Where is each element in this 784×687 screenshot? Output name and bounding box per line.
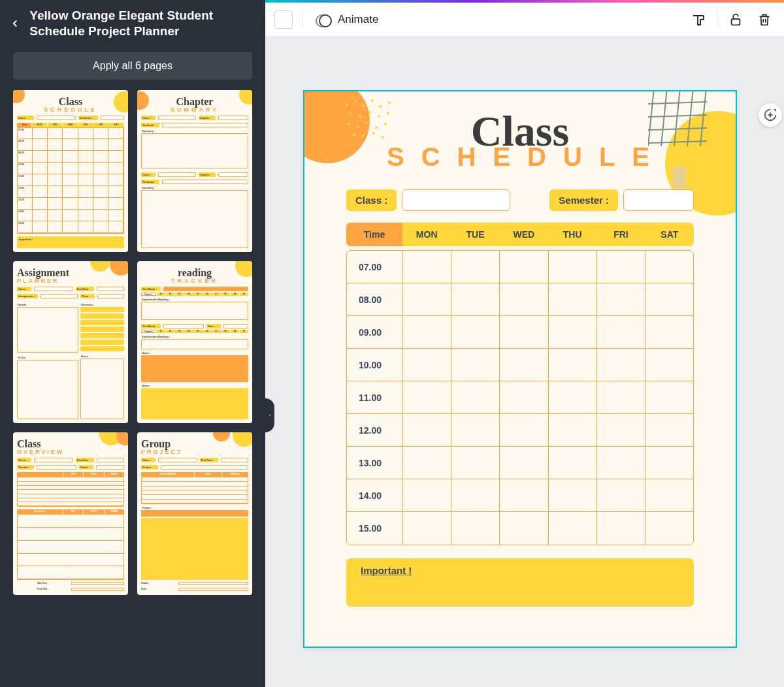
schedule-cell[interactable]: [549, 512, 597, 545]
thumbnail-reading-tracker[interactable]: reading TRACKER Text Book : Chapter :010…: [137, 261, 252, 423]
schedule-header: Time MON TUE WED THU FRI SAT: [346, 223, 694, 246]
thumb-title-block: SUMMARY: [141, 107, 248, 113]
schedule-cell[interactable]: [645, 381, 693, 413]
schedule-cell[interactable]: [451, 316, 500, 348]
schedule-cell[interactable]: [597, 512, 645, 545]
schedule-cell[interactable]: [500, 283, 548, 315]
schedule-cell[interactable]: [549, 316, 597, 348]
schedule-cell[interactable]: [597, 316, 645, 348]
lock-button[interactable]: [725, 9, 746, 30]
styles-button[interactable]: [688, 9, 709, 30]
schedule-cell[interactable]: [451, 414, 500, 446]
schedule-cell[interactable]: [597, 479, 645, 511]
collapse-sidebar-button[interactable]: [265, 398, 274, 432]
schedule-cell[interactable]: [451, 283, 500, 315]
schedule-cell[interactable]: [597, 414, 645, 446]
schedule-cell[interactable]: [500, 447, 548, 479]
schedule-cell[interactable]: [645, 479, 693, 511]
schedule-cell[interactable]: [645, 251, 693, 283]
schedule-cell[interactable]: [645, 447, 693, 479]
animate-button[interactable]: Animate: [312, 9, 382, 30]
schedule-cell[interactable]: [403, 414, 451, 446]
template-thumbnails: Class SCHEDULE Class : Semester : Time M…: [0, 90, 265, 608]
thumb-title-script: Assignment: [17, 268, 124, 278]
time-cell: 12.00: [347, 414, 403, 446]
schedule-cell[interactable]: [597, 283, 645, 315]
divider: [302, 11, 302, 28]
design-page[interactable]: ≋≋ Class SCHEDULE Class : Semester :: [304, 91, 736, 647]
schedule-cell[interactable]: [451, 251, 500, 283]
schedule-cell[interactable]: [500, 381, 548, 413]
background-color-swatch[interactable]: [274, 10, 293, 29]
schedule-cell[interactable]: [597, 447, 645, 479]
schedule-cell[interactable]: [645, 512, 693, 545]
schedule-cell[interactable]: [451, 381, 500, 413]
thumbnail-class-overview[interactable]: Class OVERVIEW Class :Due Date : Teacher…: [13, 432, 128, 594]
schedule-cell[interactable]: [549, 447, 597, 479]
schedule-cell[interactable]: [549, 251, 597, 283]
canvas-area[interactable]: ≋≋ Class SCHEDULE Class : Semester :: [265, 37, 784, 687]
thumbnail-chapter-summary[interactable]: Chapter SUMMARY Class :Chapter : Textboo…: [137, 90, 252, 252]
schedule-cell[interactable]: [549, 381, 597, 413]
important-label: Important !: [361, 565, 679, 576]
apply-all-pages-button[interactable]: Apply all 6 pages: [13, 52, 252, 80]
schedule-cell[interactable]: [403, 283, 451, 315]
schedule-cell[interactable]: [403, 447, 451, 479]
class-label[interactable]: Class :: [346, 189, 397, 211]
schedule-cell[interactable]: [597, 251, 645, 283]
schedule-cell[interactable]: [500, 512, 548, 545]
schedule-cell[interactable]: [645, 349, 693, 381]
semester-input[interactable]: [623, 189, 694, 211]
schedule-cell[interactable]: [403, 381, 451, 413]
schedule-cell[interactable]: [451, 479, 500, 511]
schedule-row: 11.00: [347, 381, 693, 414]
title-block[interactable]: SCHEDULE: [359, 146, 694, 167]
schedule-cell[interactable]: [403, 349, 451, 381]
schedule-cell[interactable]: [597, 381, 645, 413]
schedule-cell[interactable]: [403, 479, 451, 511]
thumbnail-assignment-planner[interactable]: Assignment PLANNER Class :Due Date : Ass…: [13, 261, 128, 423]
schedule-cell[interactable]: [500, 479, 548, 511]
schedule-cell[interactable]: [451, 447, 500, 479]
thumbnail-class-schedule[interactable]: Class SCHEDULE Class : Semester : Time M…: [13, 90, 128, 252]
schedule-cell[interactable]: [549, 349, 597, 381]
schedule-row: 12.00: [347, 414, 693, 447]
thumb-title-block: SCHEDULE: [17, 107, 124, 113]
schedule-row: 14.00: [347, 479, 693, 512]
schedule-cell[interactable]: [500, 349, 548, 381]
schedule-cell[interactable]: [597, 349, 645, 381]
schedule-cell[interactable]: [645, 414, 693, 446]
toolbar: Animate: [265, 3, 784, 37]
schedule-cell[interactable]: [403, 316, 451, 348]
delete-button[interactable]: [754, 9, 775, 30]
schedule-cell[interactable]: [549, 283, 597, 315]
schedule-row: 09.00: [347, 316, 693, 349]
schedule-cell[interactable]: [451, 512, 500, 545]
schedule-cell[interactable]: [500, 414, 548, 446]
important-box[interactable]: Important !: [346, 558, 694, 607]
thumb-title-block: PLANNER: [17, 278, 124, 284]
schedule-cell[interactable]: [451, 349, 500, 381]
animate-label: Animate: [338, 13, 378, 26]
add-page-button[interactable]: [759, 103, 782, 127]
schedule-row: 15.00: [347, 512, 693, 545]
col-time: Time: [346, 223, 402, 246]
class-input[interactable]: [402, 189, 510, 211]
back-button[interactable]: [7, 11, 23, 36]
schedule-cell[interactable]: [549, 414, 597, 446]
schedule-cell[interactable]: [403, 512, 451, 545]
schedule-row: 13.00: [347, 447, 693, 479]
time-cell: 13.00: [347, 447, 403, 479]
thumbnail-group-project[interactable]: Group PROJECT Class :Due Date : Project …: [137, 432, 252, 594]
thumb-title-block: PROJECT: [141, 449, 248, 455]
schedule-cell[interactable]: [645, 283, 693, 315]
schedule-cell[interactable]: [500, 316, 548, 348]
schedule-table[interactable]: Time MON TUE WED THU FRI SAT 07.0008.000…: [346, 223, 694, 545]
thumb-title-script: Group: [141, 439, 248, 449]
schedule-cell[interactable]: [645, 316, 693, 348]
template-sidebar: Yellow Orange Elegant Student Schedule P…: [0, 0, 265, 687]
schedule-cell[interactable]: [500, 251, 548, 283]
schedule-cell[interactable]: [403, 251, 451, 283]
semester-label[interactable]: Semester :: [549, 189, 618, 211]
schedule-cell[interactable]: [549, 479, 597, 511]
